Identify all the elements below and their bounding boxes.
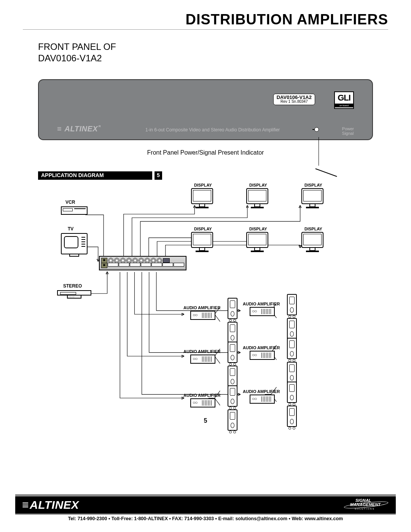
amplifier-icon: [190, 398, 215, 407]
panel-brand: ALTINEXR: [57, 125, 101, 133]
sm-l2: MANAGEMENT: [350, 502, 381, 507]
power-signal-label: Power Signal: [342, 126, 354, 136]
section-label: APPLICATION DIAGRAM: [38, 171, 152, 180]
stereo-icon: ○○○○: [57, 290, 91, 296]
speaker-icon: [287, 382, 297, 403]
callout-text: Front Panel Power/Signal Present Indicat…: [38, 149, 373, 156]
vcr-label: VCR: [65, 200, 75, 205]
speaker-icon: [287, 294, 297, 315]
distribution-hub-icon: ▣ ▣: [99, 256, 186, 270]
front-panel-illustration: DAV0106-V1A2 Rev 1 Sn.80347 GLI on-board…: [38, 79, 373, 140]
gli-badge: GLI on-board: [334, 91, 354, 109]
speaker-icon: [228, 385, 237, 407]
model-revision: Rev 1 Sn.80347: [277, 100, 312, 104]
amplifier-icon: [250, 395, 275, 404]
footer-brand: ALTINEX: [22, 498, 79, 511]
stereo-label: STEREO: [63, 283, 82, 289]
display-label: DISPLAY: [249, 183, 267, 187]
display-icon: [246, 232, 268, 252]
amplifier-icon: [190, 355, 215, 364]
audio-amp-label: AUDIO AMPLIFIER: [243, 345, 280, 350]
section-number: 5: [155, 171, 162, 180]
audio-amp-label: AUDIO AMPLIFIER: [243, 389, 280, 394]
speaker-icon: [287, 362, 297, 383]
page-number: 5: [15, 417, 396, 424]
amplifier-icon: [250, 351, 275, 360]
speaker-icon: [287, 318, 297, 339]
tv-label: TV: [68, 226, 73, 232]
display-icon: [246, 188, 268, 208]
front-panel-heading-l2: DAV0106-V1A2: [38, 53, 102, 63]
callout-line: [319, 137, 319, 166]
audio-amp-label: AUDIO AMPLIFIER: [183, 393, 220, 398]
display-label: DISPLAY: [304, 183, 322, 187]
panel-description: 1-in 6-out Composite Video and Stereo Au…: [145, 127, 280, 133]
display-icon: [301, 232, 323, 252]
display-label: DISPLAY: [249, 227, 267, 231]
audio-amp-label: AUDIO AMPLIFIER: [183, 305, 220, 310]
page-title: DISTRIBUTION AMPLIFIERS: [23, 11, 388, 29]
speaker-icon: [228, 298, 237, 319]
power-text: Power: [342, 126, 354, 131]
front-panel-heading-l1: FRONT PANEL OF: [38, 42, 116, 52]
panel-brand-text: ALTINEX: [65, 125, 98, 133]
signal-text: Signal: [342, 131, 354, 136]
page-footer: ALTINEX SIGNALMANAGEMENTSOLUTIONS Tel: 7…: [15, 495, 396, 521]
audio-amp-label: AUDIO AMPLIFIER: [183, 349, 220, 354]
model-label-badge: DAV0106-V1A2 Rev 1 Sn.80347: [273, 94, 315, 105]
gli-sub: on-board: [335, 104, 353, 107]
section-header-bar: APPLICATION DIAGRAM 5: [38, 171, 373, 180]
power-led-icon: [314, 127, 319, 132]
front-panel-heading: FRONT PANEL OF DAV0106-V1A2: [38, 41, 396, 64]
wiring-lines: [38, 184, 373, 416]
signal-management-logo: SIGNALMANAGEMENTSOLUTIONS: [343, 497, 389, 513]
speaker-icon: [228, 322, 237, 343]
speaker-icon: [287, 338, 297, 359]
amplifier-icon: [250, 307, 275, 316]
display-label: DISPLAY: [304, 227, 322, 231]
speaker-icon: [228, 342, 237, 363]
application-diagram: VCR TV STEREO ○○○○ ▣ ▣ DISPLAY DISPLAY D…: [38, 184, 373, 416]
speaker-icon: [287, 406, 297, 427]
gli-text: GLI: [335, 92, 353, 104]
display-label: DISPLAY: [194, 227, 212, 231]
registered-mark: R: [99, 125, 101, 128]
audio-amp-label: AUDIO AMPLIFIER: [243, 302, 280, 306]
speaker-icon: [228, 366, 237, 387]
speaker-icon: [228, 409, 237, 431]
amplifier-icon: [190, 311, 215, 320]
vcr-icon: [61, 206, 88, 215]
footer-contact: Tel: 714-990-2300 • Toll-Free: 1-800-ALT…: [15, 514, 396, 521]
display-icon: [191, 232, 213, 252]
display-label: DISPLAY: [194, 183, 212, 187]
display-icon: [191, 188, 213, 208]
tv-icon: [61, 233, 88, 254]
display-icon: [301, 188, 323, 208]
